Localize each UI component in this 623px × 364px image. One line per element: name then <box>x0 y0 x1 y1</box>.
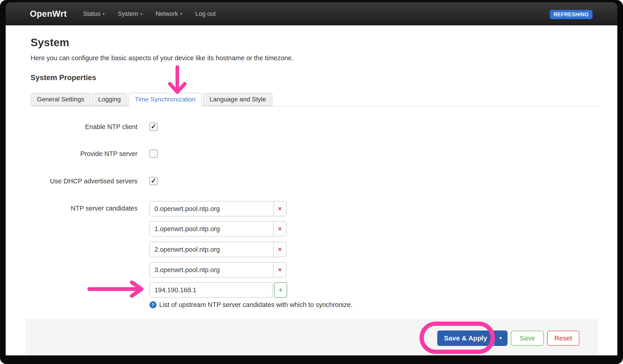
action-bar: Save & Apply ▾ Save Reset <box>25 320 598 355</box>
ntp-candidate-row: × <box>150 262 287 278</box>
add-server-button[interactable]: + <box>274 282 287 298</box>
ntp-server-input[interactable] <box>150 242 273 257</box>
field-row-provide-ntp-server: Provide NTP server <box>31 150 158 158</box>
ntp-server-input-new[interactable] <box>150 283 272 297</box>
nav-item-logout[interactable]: Log out <box>196 10 216 18</box>
reset-button[interactable]: Reset <box>547 331 579 346</box>
field-label: Enable NTP client <box>31 123 137 131</box>
ntp-server-input[interactable] <box>150 201 273 216</box>
tab-general-settings[interactable]: General Settings <box>31 93 90 106</box>
nav-item-label: Network <box>156 10 178 18</box>
page-title: System <box>31 36 69 49</box>
field-help: ? List of upstream NTP server candidates… <box>150 301 353 309</box>
ntp-server-input[interactable] <box>150 263 273 277</box>
checkmark-icon: ✓ <box>151 177 156 184</box>
field-label: Provide NTP server <box>31 150 137 158</box>
nav-item-status[interactable]: Status ▾ <box>83 10 105 18</box>
page-content: System Here you can configure the basic … <box>6 25 617 355</box>
tab-language-and-style[interactable]: Language and Style <box>203 93 272 106</box>
field-row-use-dhcp-servers: Use DHCP advertised servers ✓ <box>31 177 158 185</box>
nav-item-label: System <box>118 10 138 18</box>
enable-ntp-client-checkbox[interactable]: ✓ <box>150 123 158 131</box>
save-apply-button[interactable]: Save & Apply <box>438 331 494 345</box>
help-text: List of upstream NTP server candidates w… <box>159 301 353 309</box>
nav-item-system[interactable]: System ▾ <box>118 10 142 18</box>
nav-item-label: Status <box>83 10 101 18</box>
checkmark-icon: ✓ <box>151 123 156 130</box>
save-button[interactable]: Save <box>511 331 543 346</box>
field-label: Use DHCP advertised servers <box>31 177 137 185</box>
chevron-down-icon: ▾ <box>180 11 182 17</box>
remove-server-button[interactable]: × <box>273 222 286 236</box>
ntp-candidate-row: × <box>150 201 287 216</box>
field-row-enable-ntp-client: Enable NTP client ✓ <box>31 123 158 131</box>
nav-item-network[interactable]: Network ▾ <box>156 10 182 18</box>
refreshing-status-badge[interactable]: REFRESHING <box>550 10 593 19</box>
nav-menu: Status ▾ System ▾ Network ▾ Log out <box>83 10 216 18</box>
action-buttons: Save & Apply ▾ Save Reset <box>437 330 579 346</box>
save-apply-dropdown-caret[interactable]: ▾ <box>493 331 507 345</box>
top-navbar: OpenWrt Status ▾ System ▾ Network ▾ Log … <box>6 2 617 25</box>
page-description: Here you can configure the basic aspects… <box>31 54 293 62</box>
tab-underline <box>31 106 598 107</box>
provide-ntp-server-checkbox[interactable] <box>150 150 158 158</box>
tab-bar: General Settings Logging Time Synchroniz… <box>31 93 272 106</box>
ntp-candidate-row-new: + <box>150 282 287 298</box>
remove-server-button[interactable]: × <box>273 242 286 257</box>
ntp-server-input[interactable] <box>150 222 273 236</box>
save-apply-split-button: Save & Apply ▾ <box>437 330 508 346</box>
help-question-icon: ? <box>150 301 156 308</box>
brand-logo[interactable]: OpenWrt <box>30 9 67 19</box>
openwrt-admin-screenshot: OpenWrt Status ▾ System ▾ Network ▾ Log … <box>0 0 623 364</box>
ntp-candidate-row: × <box>150 221 287 236</box>
remove-server-button[interactable]: × <box>273 263 286 277</box>
section-title: System Properties <box>31 73 96 82</box>
use-dhcp-advertised-servers-checkbox[interactable]: ✓ <box>150 177 158 185</box>
chevron-down-icon: ▾ <box>140 11 142 17</box>
ntp-candidate-row: × <box>150 242 287 257</box>
tab-time-synchronization[interactable]: Time Synchronization <box>128 93 202 107</box>
nav-item-label: Log out <box>196 10 216 18</box>
remove-server-button[interactable]: × <box>273 201 286 216</box>
chevron-down-icon: ▾ <box>103 11 105 17</box>
ntp-candidates-label: NTP server candidates <box>31 205 137 212</box>
tab-logging[interactable]: Logging <box>92 93 127 106</box>
